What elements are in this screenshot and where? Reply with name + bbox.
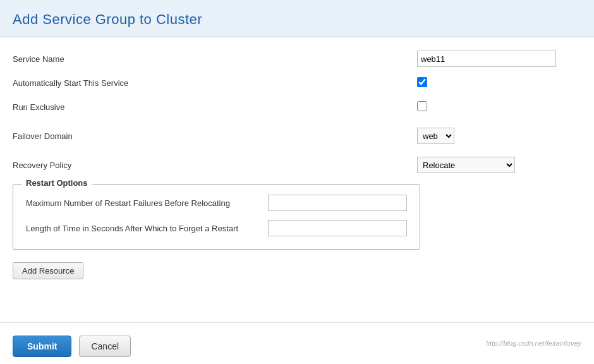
failover-domain-select[interactable]: web none [417, 128, 454, 144]
auto-start-checkbox[interactable] [417, 77, 427, 87]
footer-buttons: Submit Cancel [13, 336, 131, 357]
cancel-button[interactable]: Cancel [79, 336, 131, 357]
submit-button[interactable]: Submit [13, 336, 71, 357]
time-row: Length of Time in Seconds After Which to… [26, 220, 407, 236]
watermark-text: http://blog.csdn.net/feitainlovey [486, 339, 581, 347]
service-name-control [417, 51, 556, 67]
recovery-policy-row: Recovery Policy Relocate Restart Disable… [13, 156, 581, 174]
run-exclusive-checkbox[interactable] [417, 101, 427, 111]
time-label: Length of Time in Seconds After Which to… [26, 224, 238, 233]
restart-options-box: Restart Options Maximum Number of Restar… [13, 184, 420, 250]
auto-start-control [417, 77, 427, 89]
recovery-policy-control: Relocate Restart Disable None [417, 157, 515, 173]
run-exclusive-row: Run Exclusive [13, 98, 581, 116]
page-header: Add Service Group to Cluster [0, 0, 594, 37]
bottom-bar: Submit Cancel http://blog.csdn.net/feita… [0, 322, 594, 363]
restart-options-title: Restart Options [22, 178, 92, 188]
failover-domain-label: Failover Domain [13, 131, 417, 141]
main-content: Service Name Automatically Start This Se… [0, 37, 594, 316]
add-resource-container: Add Resource [13, 262, 581, 292]
run-exclusive-label: Run Exclusive [13, 102, 417, 112]
max-failures-label: Maximum Number of Restart Failures Befor… [26, 198, 230, 208]
max-failures-input[interactable] [268, 195, 407, 211]
page-title: Add Service Group to Cluster [13, 11, 581, 28]
recovery-policy-label: Recovery Policy [13, 161, 417, 170]
failover-domain-row: Failover Domain web none [13, 127, 581, 145]
service-name-row: Service Name [13, 50, 581, 68]
max-failures-row: Maximum Number of Restart Failures Befor… [26, 195, 407, 211]
service-name-input[interactable] [417, 51, 556, 67]
recovery-policy-select[interactable]: Relocate Restart Disable None [417, 157, 515, 173]
service-name-label: Service Name [13, 54, 417, 64]
auto-start-row: Automatically Start This Service [13, 74, 581, 92]
add-resource-button[interactable]: Add Resource [13, 262, 83, 279]
auto-start-label: Automatically Start This Service [13, 78, 417, 88]
time-input[interactable] [268, 220, 407, 236]
run-exclusive-control [417, 101, 427, 113]
failover-domain-control: web none [417, 128, 454, 144]
